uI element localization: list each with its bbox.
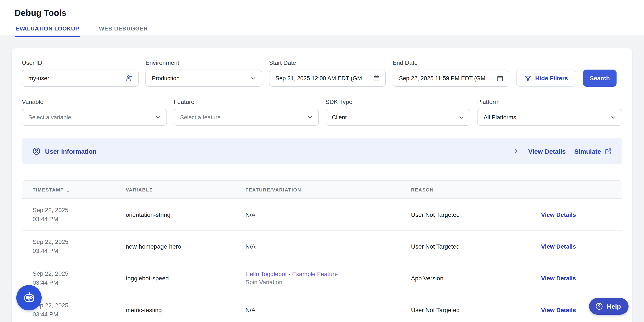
end-date-input[interactable]: Sep 22, 2025 11:59 PM EDT (GM... [392,70,509,87]
feature-cell: N/A [246,211,411,218]
variation-label: Spin Variation [246,279,411,285]
platform-value: All Platforms [484,114,607,120]
page-header: Debug Tools EVALUATION LOOKUP WEB DEBUGG… [0,0,644,35]
feature-cell: N/A [246,243,411,250]
tab-evaluation-lookup[interactable]: EVALUATION LOOKUP [14,25,80,37]
column-header-feature-variation[interactable]: FEATURE/VARIATION [246,187,411,192]
reason-cell: App Version [411,274,541,281]
chevron-down-icon [610,114,616,120]
hide-filters-label: Hide Filters [535,75,568,82]
sdk-type-value: Client [332,114,455,120]
variable-select[interactable]: Select a variable [22,109,167,126]
calendar-icon[interactable] [373,75,380,82]
platform-field-group: Platform All Platforms [477,98,622,126]
help-icon [595,302,604,310]
feature-cell: N/A [246,306,411,313]
simulate-link[interactable]: Simulate [574,147,612,155]
user-information-banner: User Information View Details Simulate [22,138,622,164]
search-button[interactable]: Search [583,70,616,87]
reason-cell: User Not Targeted [411,306,541,313]
row-view-details-link[interactable]: View Details [541,274,622,281]
feature-link[interactable]: Hello Togglebot - Example Feature [246,270,411,277]
user-id-label: User ID [22,59,138,66]
table-header: TIMESTAMP ↓ VARIABLE FEATURE/VARIATION R… [22,181,622,199]
filter-funnel-icon [524,75,532,82]
timestamp-cell: Sep 22, 202503:44 PM [32,269,126,287]
chevron-down-icon [458,114,465,120]
variable-value: Select a variable [28,114,152,120]
row-view-details-link[interactable]: View Details [541,243,622,250]
chevron-down-icon [250,75,256,81]
filter-row-2: Variable Select a variable Feature Selec… [22,98,622,126]
external-link-icon [604,147,612,155]
table-row: Sep 22, 202503:44 PM metric-testing N/A … [22,294,622,322]
search-button-label: Search [590,75,610,82]
sort-desc-icon: ↓ [66,186,70,193]
variable-field-group: Variable Select a variable [22,98,167,126]
variable-cell: togglebot-speed [126,274,246,281]
column-header-reason[interactable]: REASON [411,187,541,192]
help-button[interactable]: Help [589,298,628,315]
banner-view-details-link[interactable]: View Details [528,147,566,155]
sdk-type-select[interactable]: Client [326,109,470,126]
table-row: Sep 22, 202503:44 PM new-homepage-hero N… [22,230,622,262]
timestamp-cell: Sep 22, 202503:44 PM [32,205,126,223]
end-date-field-group: End Date Sep 22, 2025 11:59 PM EDT (GM..… [392,59,509,87]
timestamp-cell: Sep 22, 202503:44 PM [32,237,126,255]
reason-cell: User Not Targeted [411,243,541,250]
user-id-input[interactable] [28,75,122,81]
page-title: Debug Tools [14,8,630,18]
table-row: Sep 22, 202503:44 PM togglebot-speed Hel… [22,262,622,294]
user-information-actions: View Details Simulate [512,147,612,155]
column-header-timestamp[interactable]: TIMESTAMP ↓ [32,186,126,193]
robot-icon [22,290,36,305]
chevron-down-icon [306,114,313,120]
evaluation-lookup-card: User ID Environment [12,48,632,322]
start-date-input[interactable]: Sep 21, 2025 12:00 AM EDT (GM... [269,70,386,87]
reason-cell: User Not Targeted [411,211,541,218]
user-id-field-group: User ID [22,59,138,87]
start-date-value: Sep 21, 2025 12:00 AM EDT (GM... [276,75,370,81]
variable-cell: orientation-string [126,211,246,218]
variable-cell: new-homepage-hero [126,243,246,250]
chevron-right-icon[interactable] [512,147,520,155]
feature-value: Select a feature [180,114,303,120]
feature-label: Feature [174,98,319,105]
user-id-input-wrap [22,70,138,87]
environment-field-group: Environment Production [146,59,262,87]
user-information-header: User Information [32,147,96,155]
column-header-variable[interactable]: VARIABLE [126,187,246,192]
variable-cell: metric-testing [126,306,246,313]
filter-row-1: User ID Environment [22,59,622,87]
sdk-type-field-group: SDK Type Client [326,98,470,126]
variable-label: Variable [22,98,167,105]
row-view-details-link[interactable]: View Details [541,211,622,218]
help-label: Help [607,303,621,310]
end-date-value: Sep 22, 2025 11:59 PM EDT (GM... [399,75,493,81]
user-add-icon[interactable] [125,74,133,82]
togglebot-widget-button[interactable] [16,285,42,310]
sdk-type-label: SDK Type [326,98,470,105]
main-area: User ID Environment [0,35,644,322]
environment-label: Environment [146,59,262,66]
end-date-label: End Date [392,59,509,66]
calendar-icon[interactable] [496,75,504,82]
timestamp-cell: Sep 22, 202503:44 PM [32,301,126,319]
feature-field-group: Feature Select a feature [174,98,319,126]
hide-filters-button[interactable]: Hide Filters [516,70,576,87]
start-date-field-group: Start Date Sep 21, 2025 12:00 AM EDT (GM… [269,59,386,87]
chevron-down-icon [155,114,161,120]
tab-web-debugger[interactable]: WEB DEBUGGER [98,25,149,37]
environment-value: Production [152,75,247,81]
feature-select[interactable]: Select a feature [174,109,319,126]
simulate-label: Simulate [574,147,601,155]
platform-select[interactable]: All Platforms [477,109,622,126]
environment-select[interactable]: Production [146,70,262,87]
debug-tools-page: Debug Tools EVALUATION LOOKUP WEB DEBUGG… [0,0,644,322]
user-circle-icon [32,147,41,155]
platform-label: Platform [477,98,622,105]
table-row: Sep 22, 202503:44 PM orientation-string … [22,199,622,230]
table-body: Sep 22, 202503:44 PM orientation-string … [22,199,622,322]
evaluations-table: TIMESTAMP ↓ VARIABLE FEATURE/VARIATION R… [22,180,622,322]
user-information-title: User Information [45,147,96,155]
